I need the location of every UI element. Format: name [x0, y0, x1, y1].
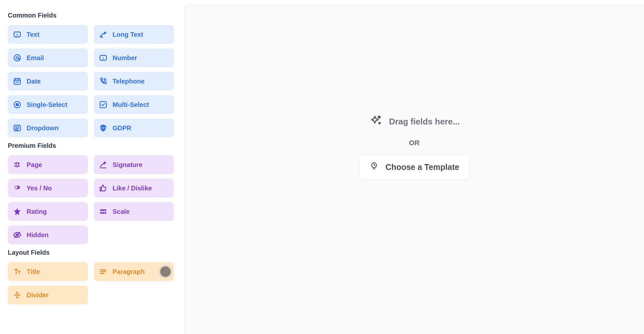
email-icon	[12, 53, 22, 63]
common-fields-grid: A Text Long Text Email 1 Number	[8, 25, 174, 137]
text-icon: A	[12, 30, 22, 39]
toggle-icon	[12, 183, 22, 193]
signature-icon	[98, 160, 108, 170]
field-label: Rating	[27, 208, 47, 215]
star-icon	[12, 207, 22, 216]
svg-text:A: A	[16, 33, 18, 36]
svg-point-26	[103, 210, 103, 211]
sparkle-icon	[369, 114, 383, 130]
field-page[interactable]: Page	[8, 155, 88, 174]
divider-icon	[12, 290, 22, 300]
field-like-dislike[interactable]: Like / Dislike	[94, 179, 174, 198]
page-icon	[12, 160, 22, 170]
thumb-icon	[98, 183, 108, 193]
date-icon	[12, 76, 22, 86]
long-text-icon	[98, 30, 108, 39]
field-gdpr[interactable]: EU GDPR	[94, 119, 174, 137]
field-email[interactable]: Email	[8, 48, 88, 67]
drag-hint: Drag fields here...	[369, 114, 460, 130]
field-title[interactable]: Title	[8, 262, 88, 281]
field-paragraph[interactable]: Paragraph	[94, 262, 174, 281]
field-label: Single-Select	[27, 101, 67, 109]
field-dropdown[interactable]: Dropdown	[8, 119, 88, 137]
field-divider[interactable]: Divider	[8, 286, 88, 304]
choose-template-button[interactable]: Choose a Template	[359, 154, 469, 180]
lightbulb-icon	[369, 161, 379, 173]
field-text[interactable]: A Text	[8, 25, 88, 44]
layout-fields-heading: Layout Fields	[8, 249, 174, 256]
layout-fields-grid: Title Paragraph Divider	[8, 262, 174, 304]
dropdown-icon	[12, 123, 22, 133]
svg-text:1: 1	[102, 56, 104, 60]
hidden-icon	[12, 230, 22, 240]
svg-rect-8	[14, 79, 20, 84]
field-label: Multi-Select	[113, 101, 149, 109]
field-label: Telephone	[113, 78, 145, 85]
checkbox-icon	[98, 100, 108, 109]
drag-hint-text: Drag fields here...	[389, 117, 460, 127]
svg-rect-21	[16, 163, 18, 167]
field-multi-select[interactable]: Multi-Select	[94, 95, 174, 114]
field-label: Hidden	[27, 231, 49, 239]
field-label: Divider	[27, 291, 49, 299]
field-date[interactable]: Date	[8, 72, 88, 91]
field-label: GDPR	[113, 124, 131, 132]
premium-fields-heading: Premium Fields	[8, 142, 174, 149]
svg-point-23	[15, 186, 18, 189]
field-label: Title	[27, 268, 40, 276]
field-label: Long Text	[113, 31, 143, 38]
field-yes-no[interactable]: Yes / No	[8, 179, 88, 198]
field-label: Paragraph	[113, 268, 145, 276]
field-hidden[interactable]: Hidden	[8, 225, 88, 244]
field-label: Number	[113, 54, 137, 62]
field-label: Yes / No	[27, 185, 52, 192]
svg-point-27	[105, 210, 106, 211]
radio-icon	[12, 100, 22, 109]
premium-fields-grid: Page Signature Yes / No Like / Dislike R…	[8, 155, 174, 244]
svg-point-3	[102, 37, 103, 37]
template-button-label: Choose a Template	[385, 162, 459, 172]
field-scale[interactable]: Scale	[94, 202, 174, 221]
field-signature[interactable]: Signature	[94, 155, 174, 174]
scale-icon	[98, 207, 108, 216]
field-label: Date	[27, 78, 41, 85]
svg-text:EU: EU	[102, 126, 105, 129]
phone-icon	[98, 76, 108, 86]
field-single-select[interactable]: Single-Select	[8, 95, 88, 114]
field-label: Page	[27, 161, 42, 169]
number-icon: 1	[98, 53, 108, 63]
svg-point-28	[101, 212, 102, 213]
field-number[interactable]: 1 Number	[94, 48, 174, 67]
field-rating[interactable]: Rating	[8, 202, 88, 221]
svg-point-29	[103, 212, 103, 213]
fields-sidebar: Common Fields A Text Long Text Email 1 N…	[0, 0, 182, 334]
cursor-indicator	[159, 265, 172, 278]
field-label: Like / Dislike	[113, 185, 152, 192]
svg-point-25	[101, 210, 102, 211]
or-separator: OR	[409, 139, 420, 147]
field-label: Dropdown	[27, 124, 59, 132]
svg-rect-24	[100, 187, 101, 191]
field-long-text[interactable]: Long Text	[94, 25, 174, 44]
field-label: Signature	[113, 161, 142, 169]
field-telephone[interactable]: Telephone	[94, 72, 174, 91]
gdpr-icon: EU	[98, 123, 108, 133]
svg-point-14	[16, 103, 18, 106]
svg-point-2	[100, 37, 101, 37]
common-fields-heading: Common Fields	[8, 12, 174, 19]
field-label: Email	[27, 54, 44, 62]
paragraph-icon	[98, 267, 108, 276]
form-canvas[interactable]: Drag fields here... OR Choose a Template	[184, 5, 644, 334]
field-label: Text	[27, 31, 40, 38]
svg-point-4	[14, 55, 20, 61]
svg-point-30	[105, 212, 106, 213]
field-label: Scale	[113, 208, 129, 215]
title-icon	[12, 267, 22, 276]
